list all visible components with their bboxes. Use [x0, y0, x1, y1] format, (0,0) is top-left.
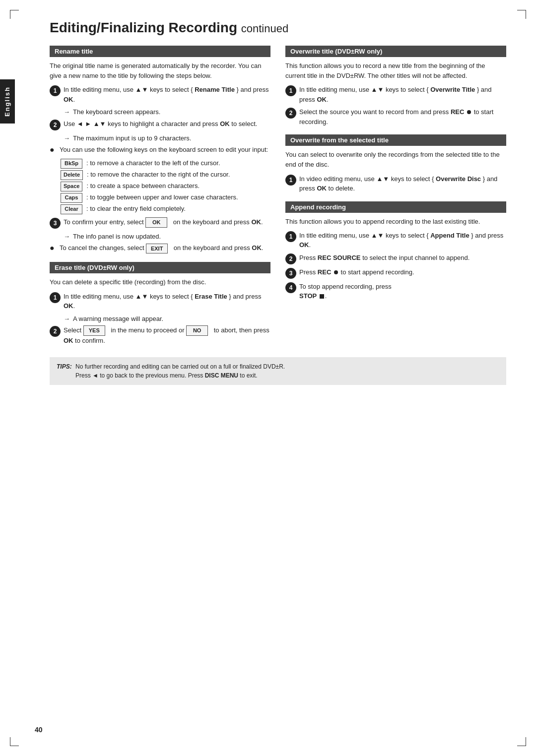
- rename-step-3-arrow: → The info panel is now updated.: [64, 232, 270, 242]
- erase-step-num-1: 1: [50, 292, 61, 303]
- overwrite-selected-body: You can select to overwrite only the rec…: [285, 150, 506, 170]
- step-num-1: 1: [50, 85, 61, 96]
- append-step-1: 1 In title editing menu, use ▲▼ keys to …: [285, 231, 506, 250]
- arrow-sym-3: →: [64, 232, 70, 242]
- append-step-3: 3 Press REC to start append recording.: [285, 267, 506, 279]
- append-step-num-4: 4: [285, 282, 296, 293]
- page-number: 40: [35, 726, 43, 734]
- erase-step-1-arrow: → A warning message will appear.: [64, 314, 270, 324]
- corner-bl: [10, 737, 19, 746]
- append-step-num-1: 1: [285, 231, 296, 242]
- erase-title-body: You can delete a specific title (recordi…: [50, 277, 270, 287]
- key-clear: Clear : to clear the entry field complet…: [61, 204, 270, 214]
- overwrite-sel-step-1: 1 In video editing menu, use ▲▼ keys to …: [285, 174, 506, 193]
- bullet-dot: ●: [50, 144, 58, 156]
- step-num-2: 2: [50, 120, 61, 130]
- rename-step-2-text: Use ◄ ► ▲▼ keys to highlight a character…: [64, 119, 270, 129]
- overwrite-step-2: 2 Select the source you want to record f…: [285, 107, 506, 126]
- rename-step-2: 2 Use ◄ ► ▲▼ keys to highlight a charact…: [50, 119, 270, 130]
- tips-label: TIPS:: [57, 363, 72, 370]
- cancel-text: To cancel the changes, select EXIT on th…: [60, 243, 263, 253]
- rename-title-header: Rename title: [50, 46, 270, 57]
- overwrite-step-1-text: In title editing menu, use ▲▼ keys to se…: [299, 85, 506, 104]
- append-step-3-text: Press REC to start append recording.: [299, 267, 506, 277]
- arrow-sym-2: →: [64, 133, 70, 143]
- erase-title-section: Erase title (DVD±RW only) You can delete…: [50, 262, 270, 345]
- overwrite-sel-step-num-1: 1: [285, 175, 296, 186]
- corner-tr: [517, 10, 526, 19]
- rename-step-1-arrow: → The keyboard screen appears.: [64, 107, 270, 117]
- tips-box: TIPS: No further recording and editing c…: [50, 357, 506, 385]
- corner-br: [517, 737, 526, 746]
- append-recording-header: Append recording: [285, 201, 506, 213]
- rec-bullet: [467, 110, 471, 114]
- rename-step-3: 3 To confirm your entry, select OK on th…: [50, 217, 270, 229]
- language-tab: English: [0, 79, 15, 124]
- key-space-desc: : to create a space between characters.: [86, 182, 270, 191]
- key-table: BkSp : to remove a character to the left…: [61, 159, 270, 214]
- overwrite-title-header: Overwrite title (DVD±RW only): [285, 46, 506, 57]
- erase-step-num-2: 2: [50, 326, 61, 337]
- tips-line-1: No further recording and editing can be …: [75, 363, 285, 370]
- erase-step-1-text: In title editing menu, use ▲▼ keys to se…: [64, 292, 270, 311]
- append-recording-body: This function allows you to append recor…: [285, 217, 506, 227]
- rename-step-3-arrow-text: The info panel is now updated.: [73, 232, 161, 242]
- title-main: Editing/Finalizing Recording: [50, 20, 237, 35]
- cancel-bullet: ● To cancel the changes, select EXIT on …: [50, 243, 270, 254]
- title-continued: continued: [241, 22, 288, 35]
- rename-step-2-arrow-text: The maximum input is up to 9 characters.: [73, 133, 191, 143]
- overwrite-selected-section: Overwrite from the selected title You ca…: [285, 134, 506, 193]
- bullet-dot-2: ●: [50, 242, 58, 254]
- append-step-2-text: Press REC SOURCE to select the input cha…: [299, 253, 506, 263]
- content-columns: Rename title The original title name is …: [30, 46, 506, 348]
- overwrite-step-2-text: Select the source you want to record fro…: [299, 107, 506, 126]
- key-caps: Caps : to toggle between upper and lower…: [61, 193, 270, 203]
- overwrite-step-num-1: 1: [285, 85, 296, 96]
- corner-tl: [10, 10, 19, 19]
- erase-step-2: 2 Select YES in the menu to proceed or N…: [50, 325, 270, 345]
- arrow-sym-e1: →: [64, 314, 70, 324]
- overwrite-sel-step-1-text: In video editing menu, use ▲▼ keys to se…: [299, 174, 506, 193]
- append-step-4: 4 To stop append recording, pressSTOP .: [285, 282, 506, 301]
- key-delete-box: Delete: [61, 170, 83, 180]
- key-bksp-desc: : to remove a character to the left of t…: [86, 159, 270, 168]
- key-space-box: Space: [61, 182, 82, 191]
- page-title: Editing/Finalizing Recording continued: [30, 20, 506, 36]
- page: English Editing/Finalizing Recording con…: [0, 0, 536, 756]
- rename-step-1: 1 In title editing menu, use ▲▼ keys to …: [50, 85, 270, 104]
- overwrite-step-num-2: 2: [285, 108, 296, 119]
- append-recording-section: Append recording This function allows yo…: [285, 201, 506, 301]
- keyboard-keys-label: You can use the following keys on the ke…: [60, 145, 268, 155]
- append-step-1-text: In title editing menu, use ▲▼ keys to se…: [299, 231, 506, 250]
- rename-step-2-arrow: → The maximum input is up to 9 character…: [64, 133, 270, 143]
- key-clear-desc: : to clear the entry field completely.: [86, 204, 270, 214]
- left-column: Rename title The original title name is …: [50, 46, 270, 348]
- overwrite-step-1: 1 In title editing menu, use ▲▼ keys to …: [285, 85, 506, 104]
- key-bksp: BkSp : to remove a character to the left…: [61, 159, 270, 169]
- rec-bullet-2: [334, 270, 338, 274]
- stop-square: [320, 294, 324, 299]
- key-space: Space : to create a space between charac…: [61, 182, 270, 191]
- key-caps-box: Caps: [61, 193, 82, 203]
- erase-step-1: 1 In title editing menu, use ▲▼ keys to …: [50, 292, 270, 311]
- append-step-2: 2 Press REC SOURCE to select the input c…: [285, 253, 506, 264]
- rename-step-1-arrow-text: The keyboard screen appears.: [73, 107, 160, 117]
- key-delete: Delete : to remove the character to the …: [61, 170, 270, 180]
- append-step-4-text: To stop append recording, pressSTOP .: [299, 282, 506, 301]
- rename-title-body: The original title name is generated aut…: [50, 61, 270, 81]
- append-step-num-3: 3: [285, 268, 296, 279]
- key-caps-desc: : to toggle between upper and lower case…: [86, 193, 270, 202]
- erase-title-header: Erase title (DVD±RW only): [50, 262, 270, 273]
- erase-step-2-text: Select YES in the menu to proceed or NO …: [64, 325, 270, 345]
- keyboard-keys-bullet: ● You can use the following keys on the …: [50, 145, 270, 156]
- arrow-sym: →: [64, 107, 70, 117]
- overwrite-title-body: This function allows you to record a new…: [285, 61, 506, 81]
- tips-line-2: Press ◄ to go back to the previous menu.…: [75, 372, 258, 379]
- key-delete-desc: : to remove the character to the right o…: [87, 170, 270, 180]
- rename-title-section: Rename title The original title name is …: [50, 46, 270, 254]
- append-step-num-2: 2: [285, 253, 296, 264]
- rename-step-3-text: To confirm your entry, select OK on the …: [64, 217, 270, 228]
- overwrite-title-section: Overwrite title (DVD±RW only) This funct…: [285, 46, 506, 126]
- key-bksp-box: BkSp: [61, 159, 82, 169]
- right-column: Overwrite title (DVD±RW only) This funct…: [285, 46, 506, 348]
